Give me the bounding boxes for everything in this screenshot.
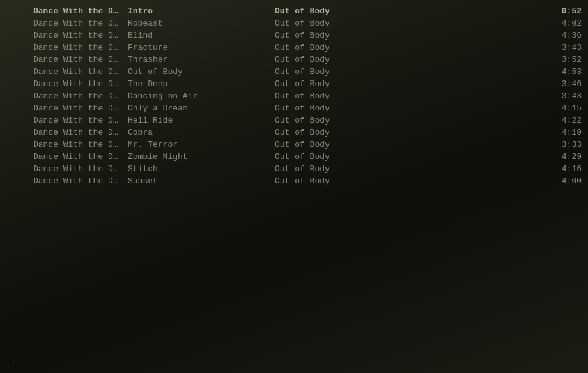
track-list: Dance With the Dead Intro Out of Body 0:…	[0, 0, 588, 192]
table-row[interactable]: Dance With the Dead Dancing on Air Out o…	[0, 90, 588, 102]
track-duration: 4:00	[550, 176, 588, 186]
track-rows: Dance With the Dead Robeast Out of Body …	[0, 17, 588, 187]
track-duration: 3:33	[550, 140, 588, 149]
track-duration: 3:43	[550, 91, 588, 101]
track-artist: Dance With the Dead	[0, 140, 121, 149]
track-artist: Dance With the Dead	[0, 67, 121, 77]
track-album: Out of Body	[268, 140, 550, 149]
track-album: Out of Body	[268, 79, 550, 89]
header-duration: 0:52	[550, 6, 588, 16]
track-artist: Dance With the Dead	[0, 103, 121, 113]
track-duration: 3:46	[550, 79, 588, 89]
track-title: Dancing on Air	[121, 91, 268, 101]
table-row[interactable]: Dance With the Dead Blind Out of Body 4:…	[0, 29, 588, 42]
table-row[interactable]: Dance With the Dead Fracture Out of Body…	[0, 42, 588, 54]
track-artist: Dance With the Dead	[0, 152, 121, 162]
track-duration: 4:36	[550, 31, 588, 40]
track-album: Out of Body	[268, 116, 550, 125]
track-title: Sunset	[121, 176, 268, 186]
track-album: Out of Body	[268, 55, 550, 65]
track-album: Out of Body	[268, 103, 550, 113]
track-title: Hell Ride	[121, 116, 268, 125]
track-title: Stitch	[121, 164, 268, 174]
track-album: Out of Body	[268, 19, 550, 28]
track-album: Out of Body	[268, 128, 550, 137]
header-album: Out of Body	[268, 6, 550, 16]
track-duration: 4:53	[550, 67, 588, 77]
track-duration: 4:29	[550, 152, 588, 162]
track-album: Out of Body	[268, 67, 550, 77]
header-artist: Dance With the Dead	[0, 6, 121, 16]
header-title: Intro	[121, 6, 268, 16]
track-duration: 4:02	[550, 19, 588, 28]
track-artist: Dance With the Dead	[0, 164, 121, 174]
track-artist: Dance With the Dead	[0, 43, 121, 52]
track-title: Zombie Night	[121, 152, 268, 162]
table-row[interactable]: Dance With the Dead Only a Dream Out of …	[0, 102, 588, 114]
table-row[interactable]: Dance With the Dead Zombie Night Out of …	[0, 151, 588, 163]
table-row[interactable]: Dance With the Dead Cobra Out of Body 4:…	[0, 126, 588, 139]
table-row[interactable]: Dance With the Dead Hell Ride Out of Bod…	[0, 114, 588, 126]
track-artist: Dance With the Dead	[0, 55, 121, 65]
track-duration: 4:22	[550, 116, 588, 125]
track-title: Mr. Terror	[121, 140, 268, 149]
track-artist: Dance With the Dead	[0, 79, 121, 89]
track-duration: 4:19	[550, 128, 588, 137]
track-album: Out of Body	[268, 176, 550, 186]
track-title: Out of Body	[121, 67, 268, 77]
table-row[interactable]: Dance With the Dead Stitch Out of Body 4…	[0, 163, 588, 175]
track-album: Out of Body	[268, 31, 550, 40]
table-row[interactable]: Dance With the Dead Out of Body Out of B…	[0, 66, 588, 78]
table-row[interactable]: Dance With the Dead The Deep Out of Body…	[0, 78, 588, 90]
table-row[interactable]: Dance With the Dead Robeast Out of Body …	[0, 17, 588, 29]
track-title: Thrasher	[121, 55, 268, 65]
track-duration: 3:52	[550, 55, 588, 65]
track-title: Blind	[121, 31, 268, 40]
track-album: Out of Body	[268, 91, 550, 101]
track-title: Fracture	[121, 43, 268, 52]
track-artist: Dance With the Dead	[0, 91, 121, 101]
track-title: Cobra	[121, 128, 268, 137]
track-title: Robeast	[121, 19, 268, 28]
track-title: The Deep	[121, 79, 268, 89]
track-album: Out of Body	[268, 152, 550, 162]
track-album: Out of Body	[268, 43, 550, 52]
track-list-header: Dance With the Dead Intro Out of Body 0:…	[0, 5, 588, 17]
track-artist: Dance With the Dead	[0, 116, 121, 125]
track-artist: Dance With the Dead	[0, 128, 121, 137]
track-album: Out of Body	[268, 164, 550, 174]
track-artist: Dance With the Dead	[0, 19, 121, 28]
table-row[interactable]: Dance With the Dead Sunset Out of Body 4…	[0, 175, 588, 187]
track-duration: 3:43	[550, 43, 588, 52]
track-duration: 4:15	[550, 103, 588, 113]
track-duration: 4:16	[550, 164, 588, 174]
track-artist: Dance With the Dead	[0, 176, 121, 186]
table-row[interactable]: Dance With the Dead Thrasher Out of Body…	[0, 54, 588, 66]
bottom-arrow-icon: →	[9, 358, 14, 368]
track-artist: Dance With the Dead	[0, 31, 121, 40]
table-row[interactable]: Dance With the Dead Mr. Terror Out of Bo…	[0, 139, 588, 151]
track-title: Only a Dream	[121, 103, 268, 113]
